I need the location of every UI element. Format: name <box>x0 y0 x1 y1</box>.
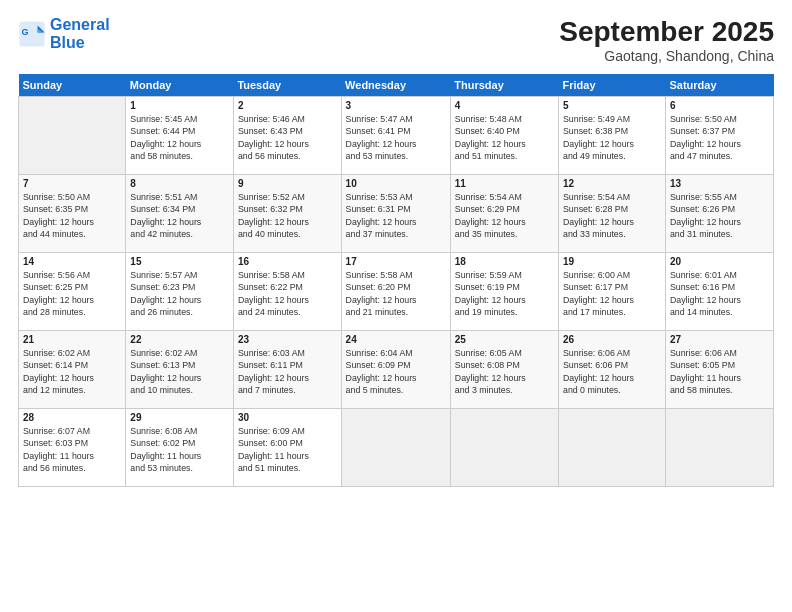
day-info: Sunrise: 6:07 AM Sunset: 6:03 PM Dayligh… <box>23 425 121 474</box>
day-info: Sunrise: 5:48 AM Sunset: 6:40 PM Dayligh… <box>455 113 554 162</box>
day-number: 1 <box>130 100 229 111</box>
calendar-cell-w4-d5: 25Sunrise: 6:05 AM Sunset: 6:08 PM Dayli… <box>450 331 558 409</box>
calendar-cell-w5-d7 <box>665 409 773 487</box>
day-number: 22 <box>130 334 229 345</box>
day-info: Sunrise: 5:53 AM Sunset: 6:31 PM Dayligh… <box>346 191 446 240</box>
day-number: 28 <box>23 412 121 423</box>
day-number: 2 <box>238 100 337 111</box>
day-number: 23 <box>238 334 337 345</box>
logo-icon: G <box>18 20 46 48</box>
day-info: Sunrise: 6:05 AM Sunset: 6:08 PM Dayligh… <box>455 347 554 396</box>
day-number: 26 <box>563 334 661 345</box>
calendar-cell-w1-d1 <box>19 97 126 175</box>
calendar-cell-w2-d5: 11Sunrise: 5:54 AM Sunset: 6:29 PM Dayli… <box>450 175 558 253</box>
day-info: Sunrise: 5:55 AM Sunset: 6:26 PM Dayligh… <box>670 191 769 240</box>
day-info: Sunrise: 5:56 AM Sunset: 6:25 PM Dayligh… <box>23 269 121 318</box>
week-row-2: 7Sunrise: 5:50 AM Sunset: 6:35 PM Daylig… <box>19 175 774 253</box>
calendar-cell-w3-d7: 20Sunrise: 6:01 AM Sunset: 6:16 PM Dayli… <box>665 253 773 331</box>
day-number: 10 <box>346 178 446 189</box>
day-number: 14 <box>23 256 121 267</box>
day-number: 29 <box>130 412 229 423</box>
calendar-cell-w5-d6 <box>558 409 665 487</box>
calendar-cell-w2-d3: 9Sunrise: 5:52 AM Sunset: 6:32 PM Daylig… <box>233 175 341 253</box>
calendar-cell-w1-d7: 6Sunrise: 5:50 AM Sunset: 6:37 PM Daylig… <box>665 97 773 175</box>
calendar-cell-w4-d4: 24Sunrise: 6:04 AM Sunset: 6:09 PM Dayli… <box>341 331 450 409</box>
calendar-cell-w2-d1: 7Sunrise: 5:50 AM Sunset: 6:35 PM Daylig… <box>19 175 126 253</box>
calendar-cell-w1-d2: 1Sunrise: 5:45 AM Sunset: 6:44 PM Daylig… <box>126 97 234 175</box>
day-info: Sunrise: 6:06 AM Sunset: 6:05 PM Dayligh… <box>670 347 769 396</box>
day-number: 7 <box>23 178 121 189</box>
calendar-cell-w5-d4 <box>341 409 450 487</box>
day-info: Sunrise: 6:08 AM Sunset: 6:02 PM Dayligh… <box>130 425 229 474</box>
calendar-cell-w4-d7: 27Sunrise: 6:06 AM Sunset: 6:05 PM Dayli… <box>665 331 773 409</box>
day-number: 12 <box>563 178 661 189</box>
day-info: Sunrise: 6:03 AM Sunset: 6:11 PM Dayligh… <box>238 347 337 396</box>
day-info: Sunrise: 5:54 AM Sunset: 6:29 PM Dayligh… <box>455 191 554 240</box>
calendar-header-row: Sunday Monday Tuesday Wednesday Thursday… <box>19 74 774 97</box>
calendar-cell-w4-d6: 26Sunrise: 6:06 AM Sunset: 6:06 PM Dayli… <box>558 331 665 409</box>
day-info: Sunrise: 5:54 AM Sunset: 6:28 PM Dayligh… <box>563 191 661 240</box>
title-block: September 2025 Gaotang, Shandong, China <box>559 16 774 64</box>
day-info: Sunrise: 5:58 AM Sunset: 6:20 PM Dayligh… <box>346 269 446 318</box>
day-info: Sunrise: 5:59 AM Sunset: 6:19 PM Dayligh… <box>455 269 554 318</box>
header-friday: Friday <box>558 74 665 97</box>
calendar-cell-w4-d1: 21Sunrise: 6:02 AM Sunset: 6:14 PM Dayli… <box>19 331 126 409</box>
day-number: 24 <box>346 334 446 345</box>
day-number: 25 <box>455 334 554 345</box>
day-number: 27 <box>670 334 769 345</box>
day-number: 21 <box>23 334 121 345</box>
svg-text:G: G <box>22 27 29 37</box>
calendar-cell-w2-d7: 13Sunrise: 5:55 AM Sunset: 6:26 PM Dayli… <box>665 175 773 253</box>
day-number: 30 <box>238 412 337 423</box>
calendar-cell-w3-d4: 17Sunrise: 5:58 AM Sunset: 6:20 PM Dayli… <box>341 253 450 331</box>
calendar-cell-w2-d2: 8Sunrise: 5:51 AM Sunset: 6:34 PM Daylig… <box>126 175 234 253</box>
calendar-cell-w1-d3: 2Sunrise: 5:46 AM Sunset: 6:43 PM Daylig… <box>233 97 341 175</box>
day-info: Sunrise: 5:57 AM Sunset: 6:23 PM Dayligh… <box>130 269 229 318</box>
day-info: Sunrise: 5:50 AM Sunset: 6:37 PM Dayligh… <box>670 113 769 162</box>
day-number: 8 <box>130 178 229 189</box>
day-number: 4 <box>455 100 554 111</box>
calendar-cell-w5-d1: 28Sunrise: 6:07 AM Sunset: 6:03 PM Dayli… <box>19 409 126 487</box>
calendar-cell-w2-d6: 12Sunrise: 5:54 AM Sunset: 6:28 PM Dayli… <box>558 175 665 253</box>
day-info: Sunrise: 5:51 AM Sunset: 6:34 PM Dayligh… <box>130 191 229 240</box>
calendar-cell-w5-d5 <box>450 409 558 487</box>
day-number: 18 <box>455 256 554 267</box>
calendar-cell-w1-d5: 4Sunrise: 5:48 AM Sunset: 6:40 PM Daylig… <box>450 97 558 175</box>
header-wednesday: Wednesday <box>341 74 450 97</box>
day-number: 20 <box>670 256 769 267</box>
day-info: Sunrise: 6:01 AM Sunset: 6:16 PM Dayligh… <box>670 269 769 318</box>
day-info: Sunrise: 6:02 AM Sunset: 6:13 PM Dayligh… <box>130 347 229 396</box>
day-info: Sunrise: 5:50 AM Sunset: 6:35 PM Dayligh… <box>23 191 121 240</box>
week-row-4: 21Sunrise: 6:02 AM Sunset: 6:14 PM Dayli… <box>19 331 774 409</box>
month-title: September 2025 <box>559 16 774 48</box>
header-monday: Monday <box>126 74 234 97</box>
calendar-cell-w3-d5: 18Sunrise: 5:59 AM Sunset: 6:19 PM Dayli… <box>450 253 558 331</box>
day-info: Sunrise: 5:49 AM Sunset: 6:38 PM Dayligh… <box>563 113 661 162</box>
header-thursday: Thursday <box>450 74 558 97</box>
calendar-cell-w3-d3: 16Sunrise: 5:58 AM Sunset: 6:22 PM Dayli… <box>233 253 341 331</box>
calendar-cell-w1-d4: 3Sunrise: 5:47 AM Sunset: 6:41 PM Daylig… <box>341 97 450 175</box>
header-sunday: Sunday <box>19 74 126 97</box>
day-number: 19 <box>563 256 661 267</box>
day-info: Sunrise: 5:46 AM Sunset: 6:43 PM Dayligh… <box>238 113 337 162</box>
calendar-cell-w3-d6: 19Sunrise: 6:00 AM Sunset: 6:17 PM Dayli… <box>558 253 665 331</box>
calendar-cell-w1-d6: 5Sunrise: 5:49 AM Sunset: 6:38 PM Daylig… <box>558 97 665 175</box>
calendar-cell-w3-d1: 14Sunrise: 5:56 AM Sunset: 6:25 PM Dayli… <box>19 253 126 331</box>
day-number: 13 <box>670 178 769 189</box>
day-number: 5 <box>563 100 661 111</box>
header-saturday: Saturday <box>665 74 773 97</box>
day-info: Sunrise: 6:00 AM Sunset: 6:17 PM Dayligh… <box>563 269 661 318</box>
day-number: 11 <box>455 178 554 189</box>
week-row-3: 14Sunrise: 5:56 AM Sunset: 6:25 PM Dayli… <box>19 253 774 331</box>
day-info: Sunrise: 6:04 AM Sunset: 6:09 PM Dayligh… <box>346 347 446 396</box>
calendar-cell-w4-d2: 22Sunrise: 6:02 AM Sunset: 6:13 PM Dayli… <box>126 331 234 409</box>
day-info: Sunrise: 5:45 AM Sunset: 6:44 PM Dayligh… <box>130 113 229 162</box>
day-info: Sunrise: 5:52 AM Sunset: 6:32 PM Dayligh… <box>238 191 337 240</box>
calendar-cell-w3-d2: 15Sunrise: 5:57 AM Sunset: 6:23 PM Dayli… <box>126 253 234 331</box>
location-subtitle: Gaotang, Shandong, China <box>559 48 774 64</box>
day-number: 16 <box>238 256 337 267</box>
calendar-cell-w5-d3: 30Sunrise: 6:09 AM Sunset: 6:00 PM Dayli… <box>233 409 341 487</box>
week-row-1: 1Sunrise: 5:45 AM Sunset: 6:44 PM Daylig… <box>19 97 774 175</box>
day-number: 3 <box>346 100 446 111</box>
calendar-cell-w5-d2: 29Sunrise: 6:08 AM Sunset: 6:02 PM Dayli… <box>126 409 234 487</box>
